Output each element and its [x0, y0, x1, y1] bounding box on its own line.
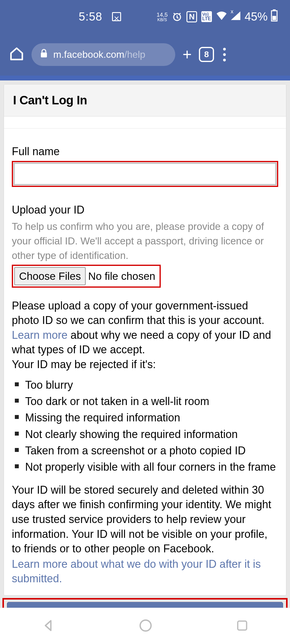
signal-x: x — [231, 8, 233, 15]
reject-intro: Your ID may be rejected if it's: — [12, 358, 156, 371]
page-header-strip — [0, 76, 290, 80]
list-item: Too blurry — [15, 378, 278, 393]
home-icon[interactable] — [9, 46, 24, 63]
browser-menu-button[interactable] — [221, 46, 228, 63]
help-form-card: I Can't Log In Full name Upload your ID … — [4, 84, 286, 596]
lock-icon — [40, 49, 48, 60]
upload-id-description: To help us confirm who you are, please p… — [12, 219, 278, 263]
svg-rect-3 — [272, 16, 276, 20]
full-name-label: Full name — [12, 145, 278, 158]
home-button[interactable] — [138, 618, 153, 634]
list-item: Missing the required information — [15, 410, 278, 425]
page-title: I Can't Log In — [4, 84, 286, 116]
svg-rect-4 — [41, 53, 47, 57]
tab-count: 8 — [204, 50, 209, 59]
choose-files-button[interactable]: Choose Files — [14, 267, 86, 285]
list-item: Not properly visible with all four corne… — [15, 459, 278, 475]
url-text: m.facebook.com/help — [53, 49, 145, 60]
full-name-highlight — [12, 161, 278, 187]
upload-id-label: Upload your ID — [12, 204, 278, 216]
list-item: Taken from a screenshot or a photo copie… — [15, 443, 278, 458]
cell-signal-icon: x — [230, 11, 240, 23]
screenshot-indicator-icon — [112, 12, 121, 21]
new-tab-button[interactable]: + — [183, 45, 192, 64]
status-time: 5:58 — [79, 10, 102, 23]
kbps-unit: KB/S — [157, 18, 168, 22]
rejection-reasons-list: Too blurry Too dark or not taken in a we… — [15, 378, 278, 475]
volte-icon: Vo)LTE — [201, 11, 212, 22]
svg-point-5 — [140, 620, 151, 631]
file-status-text: No file chosen — [87, 266, 160, 286]
android-nav-bar — [0, 608, 290, 644]
url-path: /help — [124, 49, 145, 60]
tab-switcher-button[interactable]: 8 — [199, 47, 214, 62]
kbps-value: 14,5 — [157, 12, 168, 18]
alarm-icon — [172, 11, 182, 22]
back-button[interactable] — [41, 618, 56, 634]
id-policy-link[interactable]: Learn more about what we do with your ID… — [12, 557, 278, 586]
learn-more-link[interactable]: Learn more — [12, 329, 68, 341]
upload-instructions: Please upload a copy of your government-… — [12, 299, 278, 372]
battery-percent: 45% — [245, 10, 268, 23]
list-item: Too dark or not taken in a well-lit room — [15, 394, 278, 409]
recents-button[interactable] — [236, 619, 249, 633]
network-speed-indicator: 14,5 KB/S — [157, 12, 168, 22]
battery-icon — [271, 9, 278, 24]
browser-toolbar: m.facebook.com/help + 8 — [0, 33, 290, 76]
url-bar[interactable]: m.facebook.com/help — [31, 43, 175, 66]
retention-notice: Your ID will be stored securely and dele… — [12, 483, 278, 556]
android-status-bar: 5:58 14,5 KB/S N Vo)LTE x 45% — [0, 0, 290, 33]
nfc-icon: N — [186, 11, 197, 22]
instr-text-1: Please upload a copy of your government-… — [12, 299, 264, 327]
wifi-icon — [216, 11, 227, 23]
file-upload-highlight: Choose Files No file chosen — [12, 265, 161, 288]
full-name-input[interactable] — [15, 164, 275, 184]
url-host: m.facebook.com — [53, 49, 124, 60]
svg-rect-6 — [238, 621, 246, 630]
list-item: Not clearly showing the required informa… — [15, 427, 278, 442]
